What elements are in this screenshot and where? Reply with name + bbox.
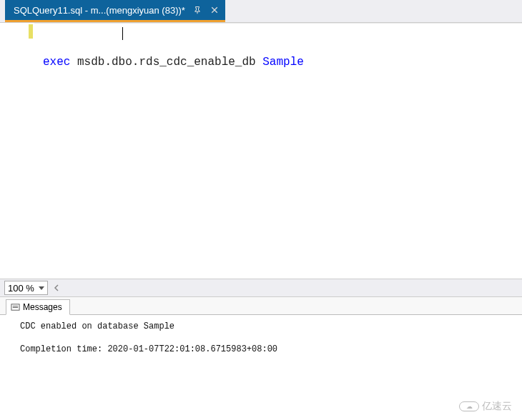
zoom-bar: 100 % (0, 279, 522, 297)
change-mark (29, 24, 33, 39)
results-tab-strip: Messages (0, 297, 522, 315)
cloud-icon: ☁ (459, 401, 479, 411)
zoom-value: 100 % (8, 283, 34, 294)
messages-tab-label: Messages (23, 302, 62, 312)
pin-icon[interactable] (192, 5, 202, 15)
message-line-3: Completion time: 2020-01-07T22:01:08.671… (20, 344, 277, 354)
chevron-down-icon (39, 286, 44, 290)
editor-gutter (0, 23, 29, 279)
code-line-1: exec msdb.dbo.rds_cdc_enable_db Sample (43, 55, 513, 69)
code-area[interactable]: exec msdb.dbo.rds_cdc_enable_db Sample (34, 23, 522, 279)
tab-messages[interactable]: Messages (6, 299, 70, 315)
sql-param: Sample (262, 56, 304, 69)
svg-rect-3 (11, 304, 19, 309)
message-line-1: CDC enabled on database Sample (20, 321, 174, 331)
sql-editor[interactable]: exec msdb.dbo.rds_cdc_enable_db Sample (0, 23, 522, 279)
sql-object: msdb.dbo.rds_cdc_enable_db (70, 56, 262, 69)
watermark-text: 亿速云 (482, 400, 512, 413)
change-indicator-bar (29, 23, 34, 279)
active-tab[interactable]: SQLQuery11.sql - m...(mengxiyuan (83))* (5, 0, 225, 22)
tab-bar: SQLQuery11.sql - m...(mengxiyuan (83))* (0, 0, 522, 23)
watermark: ☁ 亿速云 (459, 400, 512, 413)
messages-icon (11, 303, 20, 312)
zoom-select[interactable]: 100 % (4, 281, 48, 295)
close-icon[interactable] (210, 5, 220, 15)
text-caret (122, 27, 123, 40)
tab-title: SQLQuery11.sql - m...(mengxiyuan (83))* (14, 5, 185, 16)
messages-pane[interactable]: CDC enabled on database Sample Completio… (0, 315, 522, 419)
scroll-left-icon[interactable] (51, 282, 62, 294)
sql-keyword: exec (43, 56, 70, 69)
